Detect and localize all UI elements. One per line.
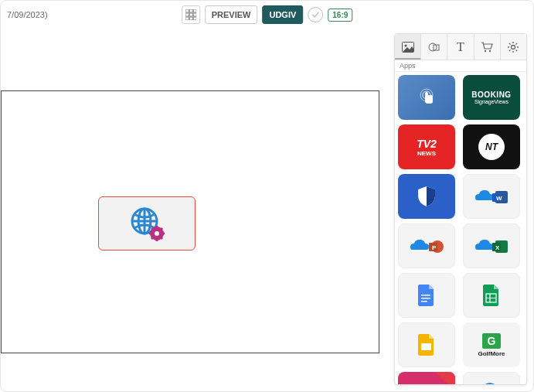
svg-rect-4 [189,13,192,16]
svg-line-20 [160,228,162,230]
app-tile-touch[interactable] [398,75,455,120]
nt-logo: NT [478,134,505,160]
tab-media[interactable] [395,34,421,60]
svg-rect-3 [185,13,189,16]
right-sidebar: T Apps BOOKING SignageViews TV2 [394,33,527,385]
golfmore-logo: G [482,333,501,349]
svg-rect-0 [185,9,189,12]
layout-grid-button[interactable] [182,5,200,24]
golfmore-label: GolfMore [478,350,505,357]
app-tile-onedrive-word[interactable]: W [463,174,520,219]
svg-point-26 [489,49,491,51]
onedrive-word-icon: W [474,186,509,206]
apps-scroll[interactable]: BOOKING SignageViews TV2 NEWS NT [395,72,526,384]
svg-rect-7 [189,17,192,20]
publish-button[interactable]: UDGIV [262,5,303,24]
tab-text[interactable]: T [447,34,474,60]
corner-badge [435,372,455,384]
gear-icon [507,41,519,53]
booking-sublabel: SignageViews [474,99,508,104]
slide-canvas[interactable] [1,90,379,353]
svg-rect-49 [421,301,427,302]
svg-rect-53 [421,343,431,350]
svg-point-27 [512,45,515,49]
svg-line-32 [509,43,511,45]
svg-line-35 [516,43,518,45]
cart-icon [481,42,493,53]
app-tile-onedrive-powerpoint[interactable]: P [398,223,455,268]
google-docs-icon [417,284,436,307]
shapes-icon [428,42,440,53]
booking-label: BOOKING [471,90,511,99]
tv2-label: TV2 [417,138,437,150]
google-sheets-icon [482,284,501,307]
onedrive-ppt-icon: P [409,236,444,256]
shield-icon [417,185,437,208]
app-tile-covid[interactable]: Sådan Danmark! [398,372,455,384]
svg-text:X: X [495,244,500,251]
svg-rect-2 [193,9,196,12]
svg-line-18 [160,237,162,239]
onedrive-excel-icon: X [474,236,509,256]
svg-point-12 [155,231,159,236]
approve-button[interactable] [308,7,323,22]
tv2-sublabel: NEWS [417,150,436,157]
svg-text:P: P [432,244,437,251]
svg-point-25 [485,49,486,51]
tab-shop[interactable] [474,34,501,60]
app-tile-onedrive-excel[interactable]: X [463,223,520,268]
svg-text:W: W [496,195,502,202]
app-tile-booking[interactable]: BOOKING SignageViews [463,75,520,120]
image-icon [402,42,414,53]
toolbar-center: PREVIEW UDGIV 16:9 [182,5,353,24]
preview-button[interactable]: PREVIEW [205,5,258,24]
svg-rect-1 [189,9,192,12]
svg-rect-5 [193,13,196,16]
svg-line-33 [516,49,518,51]
sidebar-section-label: Apps [395,60,526,72]
svg-point-22 [404,44,406,46]
app-tile-tv2news[interactable]: TV2 NEWS [398,124,455,169]
date-fragment: 7/09/2023) [7,10,48,19]
aspect-ratio-button[interactable]: 16:9 [328,9,352,22]
svg-rect-8 [193,17,196,20]
app-tile-nt[interactable]: NT [463,124,520,169]
svg-line-17 [151,228,154,230]
app-tile-google-slides[interactable] [398,322,455,367]
tab-settings[interactable] [501,34,526,60]
svg-rect-6 [185,17,189,20]
app-tile-golfmore[interactable]: G GolfMore [463,322,520,367]
iframe-widget-selected[interactable] [98,196,196,251]
svg-line-19 [151,237,154,239]
svg-line-34 [509,49,511,51]
grid-icon [185,9,196,20]
google-slides-icon [417,333,436,356]
top-toolbar: 7/09/2023) PREVIEW UDGIV [1,1,533,29]
app-tile-google-docs[interactable] [398,273,455,318]
tab-shapes[interactable] [421,34,447,60]
editor-window: 7/09/2023) PREVIEW UDGIV [0,0,534,392]
apps-grid: BOOKING SignageViews TV2 NEWS NT [398,75,523,384]
text-icon: T [457,40,464,54]
touch-icon [415,86,438,109]
canvas-area[interactable] [1,29,386,391]
app-tile-flow[interactable] [398,174,455,219]
svg-rect-48 [421,298,430,299]
app-tile-google-sheets[interactable] [463,273,520,318]
globe-gear-small-icon [478,380,505,384]
svg-rect-47 [421,295,430,296]
sidebar-tabs: T [395,34,526,60]
check-icon [311,11,319,19]
globe-gear-icon [128,204,166,243]
app-tile-iframe[interactable] [463,372,520,384]
